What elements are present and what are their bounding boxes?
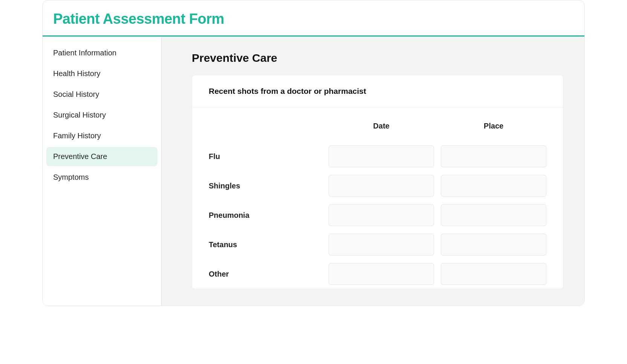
sidebar-item-family-history[interactable]: Family History: [46, 126, 158, 145]
row-label-shingles: Shingles: [209, 173, 322, 199]
flu-place-input[interactable]: [441, 145, 546, 167]
row-label-pneumonia: Pneumonia: [209, 203, 322, 228]
sidebar-item-label: Patient Information: [53, 49, 116, 57]
shots-card: Recent shots from a doctor or pharmacist…: [192, 75, 563, 289]
card-body: Date Place Flu Shingles Pneumonia Tetanu…: [192, 107, 563, 289]
app-window: Patient Assessment Form Patient Informat…: [42, 0, 585, 306]
sidebar: Patient Information Health History Socia…: [43, 37, 162, 306]
sidebar-item-label: Family History: [53, 132, 101, 140]
sidebar-item-label: Health History: [53, 69, 101, 78]
row-label-other: Other: [209, 262, 322, 287]
sidebar-item-preventive-care[interactable]: Preventive Care: [46, 147, 158, 166]
row-label-flu: Flu: [209, 144, 322, 169]
card-heading: Recent shots from a doctor or pharmacist: [192, 75, 563, 107]
shots-grid: Date Place Flu Shingles Pneumonia Tetanu…: [209, 115, 546, 289]
column-header-date: Date: [329, 115, 434, 142]
page-title: Patient Assessment Form: [53, 11, 574, 27]
sidebar-item-social-history[interactable]: Social History: [46, 85, 158, 104]
sidebar-item-surgical-history[interactable]: Surgical History: [46, 106, 158, 125]
header: Patient Assessment Form: [43, 0, 584, 37]
shingles-place-input[interactable]: [441, 175, 546, 197]
sidebar-item-label: Symptoms: [53, 173, 89, 181]
tetanus-date-input[interactable]: [329, 234, 434, 255]
tetanus-place-input[interactable]: [441, 234, 546, 255]
body: Patient Information Health History Socia…: [43, 37, 584, 306]
sidebar-item-patient-information[interactable]: Patient Information: [46, 43, 158, 63]
pneumonia-place-input[interactable]: [441, 204, 546, 226]
sidebar-item-label: Social History: [53, 90, 99, 98]
sidebar-item-label: Surgical History: [53, 111, 106, 119]
pneumonia-date-input[interactable]: [329, 204, 434, 226]
column-header-place: Place: [441, 115, 546, 142]
other-place-input[interactable]: [441, 263, 546, 285]
row-label-tetanus: Tetanus: [209, 232, 322, 257]
main-content: Preventive Care Recent shots from a doct…: [162, 37, 584, 306]
sidebar-item-label: Preventive Care: [53, 152, 107, 161]
shingles-date-input[interactable]: [329, 175, 434, 197]
sidebar-item-symptoms[interactable]: Symptoms: [46, 168, 158, 187]
section-title: Preventive Care: [192, 52, 563, 64]
flu-date-input[interactable]: [329, 145, 434, 167]
sidebar-item-health-history[interactable]: Health History: [46, 64, 158, 83]
other-date-input[interactable]: [329, 263, 434, 285]
